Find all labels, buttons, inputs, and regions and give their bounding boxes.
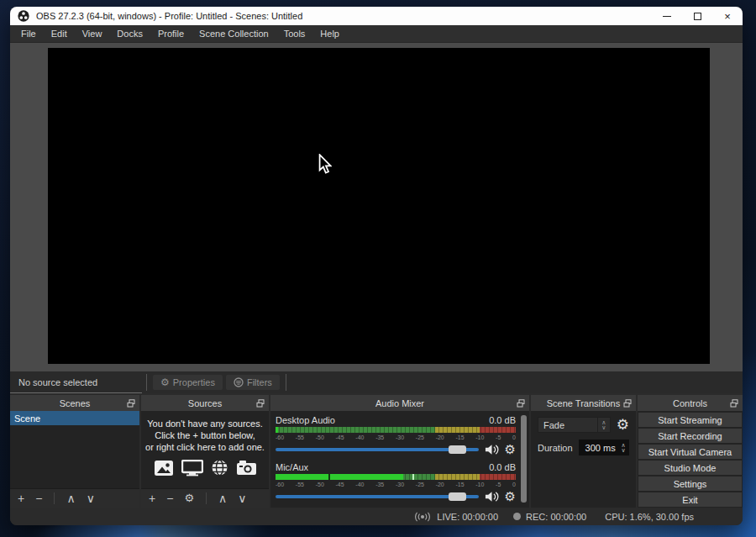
properties-button[interactable]: ⚙ Properties (153, 375, 223, 390)
channel-gear-icon[interactable]: ⚙ (505, 490, 516, 503)
source-properties-icon[interactable]: ⚙ (184, 492, 194, 504)
menu-scene-collection[interactable]: Scene Collection (192, 26, 276, 41)
spinbox-arrows-icon[interactable]: ∧∨ (617, 440, 629, 455)
dock-popout-icon[interactable] (256, 399, 265, 408)
tick-label: -20 (436, 482, 444, 488)
volume-slider[interactable] (276, 448, 479, 451)
gear-icon: ⚙ (160, 378, 170, 387)
add-scene-icon[interactable]: + (18, 492, 24, 504)
transition-select[interactable]: Fade ∧∨ (538, 417, 611, 433)
start-streaming-button[interactable]: Start Streaming (638, 413, 742, 427)
close-button[interactable]: × (712, 7, 743, 25)
channel-gear-icon[interactable]: ⚙ (505, 443, 516, 455)
rec-indicator-icon (513, 513, 521, 520)
settings-button[interactable]: Settings (638, 476, 742, 491)
start-virtual-camera-button[interactable]: Start Virtual Camera (638, 445, 742, 459)
dock-popout-icon[interactable] (623, 399, 632, 408)
move-scene-down-icon[interactable]: ∨ (87, 492, 95, 504)
scenes-toolbar: + − ∧ ∨ (10, 488, 139, 508)
start-recording-button[interactable]: Start Recording (638, 429, 742, 443)
tick-label: -5 (496, 482, 501, 488)
tick-label: -40 (355, 482, 364, 488)
controls-dock-header[interactable]: Controls (638, 395, 743, 411)
status-bar: LIVE: 00:00:00 REC: 00:00:00 CPU: 1.6%, … (10, 508, 743, 525)
duration-value: 300 ms (579, 440, 617, 455)
sources-toolbar: + − ⚙ ∧ ∨ (141, 488, 269, 508)
tick-label: -10 (475, 434, 484, 441)
toolbar-separator (206, 492, 207, 504)
sources-dock-header[interactable]: Sources (141, 395, 269, 411)
title-bar: OBS 27.2.3 (64-bit, windows) - Profile: … (10, 7, 743, 25)
tick-label: -50 (316, 482, 324, 488)
window-title: OBS 27.2.3 (64-bit, windows) - Profile: … (36, 11, 302, 21)
tick-label: -45 (335, 434, 344, 441)
dock-popout-icon[interactable] (127, 399, 135, 408)
remove-source-icon[interactable]: − (166, 492, 173, 504)
controls-dock: Controls Start Streaming Start Recording… (638, 395, 743, 508)
mouse-cursor (318, 154, 332, 176)
channel-db-value: 0.0 dB (489, 415, 516, 426)
channel-name: Desktop Audio (276, 415, 335, 426)
move-source-down-icon[interactable]: ∨ (238, 492, 246, 504)
transition-selected-value: Fade (538, 418, 597, 432)
menu-profile[interactable]: Profile (150, 26, 192, 41)
exit-button[interactable]: Exit (638, 492, 742, 507)
audio-mixer-dock-header[interactable]: Audio Mixer (270, 395, 529, 411)
camera-source-icon (236, 460, 257, 476)
menu-docks[interactable]: Docks (109, 26, 150, 41)
speaker-icon[interactable] (485, 491, 499, 503)
add-source-icon[interactable]: + (149, 492, 155, 504)
scenes-title: Scenes (60, 398, 91, 408)
scenes-dock-header[interactable]: Scenes (10, 395, 139, 411)
mixer-scrollbar[interactable] (521, 415, 527, 503)
move-scene-up-icon[interactable]: ∧ (66, 492, 75, 504)
volume-slider-handle[interactable] (449, 492, 466, 501)
audio-mixer-dock: Audio Mixer Desktop Audio 0.0 dB (270, 395, 529, 508)
menu-tools[interactable]: Tools (276, 26, 313, 41)
source-toolbar: No source selected ⚙ Properties Filters (10, 371, 743, 393)
meter-active-level (276, 474, 403, 480)
dock-popout-icon[interactable] (517, 399, 525, 408)
preview-canvas[interactable] (48, 48, 710, 364)
scene-list-item[interactable]: Scene (10, 411, 139, 425)
tick-label: -50 (316, 434, 324, 441)
mixer-channel-desktop-audio: Desktop Audio 0.0 dB -60 -55 -50 -45 -40… (276, 415, 516, 456)
sources-empty-state[interactable]: You don't have any sources. Click the + … (141, 411, 269, 488)
volume-slider[interactable] (276, 495, 479, 498)
menu-view[interactable]: View (75, 26, 110, 41)
dock-popout-icon[interactable] (730, 399, 738, 408)
tick-label: -10 (475, 482, 484, 488)
studio-mode-button[interactable]: Studio Mode (638, 461, 742, 475)
volume-slider-handle[interactable] (449, 445, 466, 454)
tick-label: -15 (455, 482, 464, 488)
tick-label: -5 (496, 434, 501, 441)
combo-spinner-icon[interactable]: ∧∨ (597, 418, 610, 432)
menu-help[interactable]: Help (312, 26, 347, 41)
maximize-button[interactable] (682, 7, 712, 25)
filters-button[interactable]: Filters (226, 375, 280, 390)
obs-window: OBS 27.2.3 (64-bit, windows) - Profile: … (10, 7, 743, 525)
tick-label: -45 (335, 482, 344, 488)
live-time: LIVE: 00:00:00 (437, 512, 498, 522)
transitions-dock-header[interactable]: Scene Transitions (531, 395, 636, 411)
minimize-button[interactable] (652, 7, 682, 25)
tick-label: -25 (416, 482, 424, 488)
duration-spinbox[interactable]: 300 ms ∧∨ (579, 440, 629, 455)
channel-db-value: 0.0 dB (489, 462, 516, 473)
move-source-up-icon[interactable]: ∧ (218, 492, 227, 504)
menu-file[interactable]: File (13, 26, 44, 41)
image-source-icon (154, 460, 174, 476)
tick-label: -40 (355, 434, 364, 441)
meter-scale: -60 -55 -50 -45 -40 -35 -30 -25 -20 -15 … (276, 480, 516, 488)
remove-scene-icon[interactable]: − (35, 492, 42, 504)
menu-edit[interactable]: Edit (44, 26, 75, 41)
toolbar-separator (286, 374, 286, 391)
filters-label: Filters (247, 377, 272, 387)
preview-area (10, 43, 743, 371)
empty-text-line: You don't have any sources. (141, 418, 269, 429)
meter-notch (328, 474, 330, 480)
speaker-icon[interactable] (485, 444, 499, 455)
tick-label: -60 (276, 482, 284, 488)
transition-gear-icon[interactable]: ⚙ (617, 419, 629, 431)
tick-label: -15 (455, 434, 464, 441)
